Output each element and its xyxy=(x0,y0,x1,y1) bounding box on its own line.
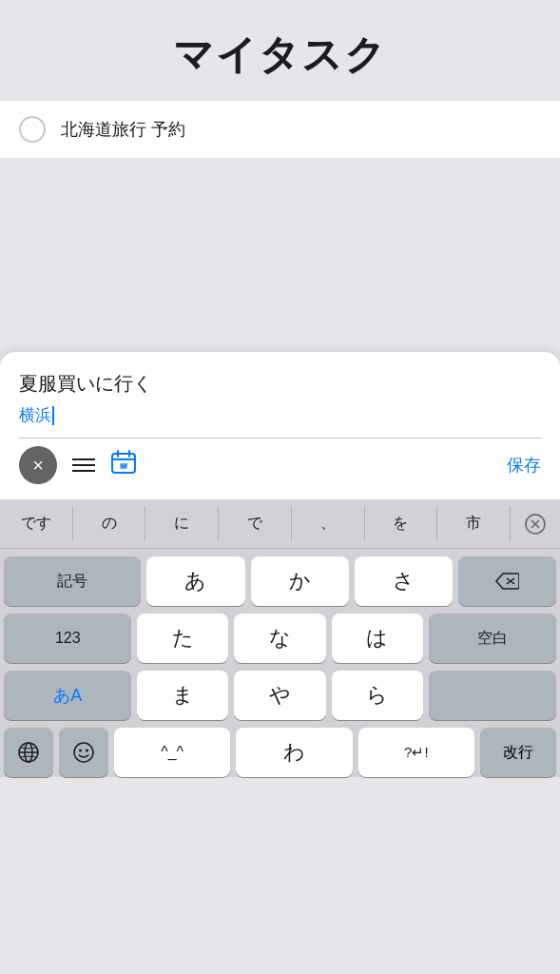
key-ma[interactable]: ま xyxy=(137,671,228,720)
key-aa[interactable]: あA xyxy=(4,671,131,720)
predictive-item-7[interactable]: 市 xyxy=(437,506,511,541)
key-row-3: あA ま や ら xyxy=(0,671,560,720)
key-punctuation[interactable]: ?↵! xyxy=(358,728,474,777)
calendar-button[interactable] xyxy=(110,449,137,481)
task-text: 北海道旅行 予約 xyxy=(61,118,185,141)
task-title-display: 夏服買いに行く xyxy=(19,371,541,397)
key-123[interactable]: 123 xyxy=(4,614,131,663)
svg-point-14 xyxy=(79,750,82,752)
text-cursor xyxy=(52,406,54,425)
globe-key[interactable] xyxy=(4,728,53,777)
emoji-key[interactable] xyxy=(59,728,108,777)
key-row-2: 123 た な は 空白 xyxy=(0,614,560,663)
task-list: 北海道旅行 予約 xyxy=(0,101,560,159)
key-row-1: 記号 あ か さ xyxy=(0,556,560,606)
predictive-item-1[interactable]: です xyxy=(0,506,73,541)
toolbar: 保存 xyxy=(19,438,541,484)
key-sa[interactable]: さ xyxy=(355,556,453,606)
key-kigo[interactable]: 記号 xyxy=(4,556,141,606)
predictive-item-6[interactable]: を xyxy=(365,506,438,541)
task-row[interactable]: 北海道旅行 予約 xyxy=(0,101,560,159)
key-wa[interactable]: わ xyxy=(236,728,352,777)
key-space[interactable]: 空白 xyxy=(429,614,556,663)
key-ra[interactable]: ら xyxy=(332,671,423,720)
calendar-icon xyxy=(110,449,137,476)
keyboard-area: です の に で 、 を 市 記号 あ か さ 123 た xyxy=(0,499,560,777)
menu-line-3 xyxy=(72,470,95,472)
key-ha[interactable]: は xyxy=(332,614,423,663)
svg-point-15 xyxy=(86,750,88,752)
predictive-item-3[interactable]: に xyxy=(145,506,219,541)
backspace-key[interactable] xyxy=(458,556,556,606)
menu-line-1 xyxy=(72,458,95,460)
save-button[interactable]: 保存 xyxy=(507,454,541,477)
key-ya[interactable]: や xyxy=(234,671,325,720)
predictive-dismiss-button[interactable] xyxy=(511,499,560,549)
key-ta[interactable]: た xyxy=(137,614,228,663)
globe-icon xyxy=(17,741,40,764)
svg-point-13 xyxy=(74,743,93,762)
key-hat[interactable]: ^_^ xyxy=(114,728,230,777)
menu-line-2 xyxy=(72,464,95,466)
close-button[interactable] xyxy=(19,446,57,484)
menu-button[interactable] xyxy=(72,458,95,472)
task-subtitle-display: 横浜 xyxy=(19,404,541,426)
page-title: マイタスク xyxy=(19,29,541,82)
key-a[interactable]: あ xyxy=(146,556,244,606)
input-card: 夏服買いに行く 横浜 保存 xyxy=(0,352,560,499)
page-title-container: マイタスク xyxy=(0,0,560,101)
predictive-item-4[interactable]: で xyxy=(219,506,292,541)
key-ka[interactable]: か xyxy=(251,556,349,606)
dismiss-icon xyxy=(525,514,546,535)
enter-key[interactable]: 改行 xyxy=(480,728,556,777)
key-na[interactable]: な xyxy=(234,614,325,663)
backspace-icon xyxy=(494,572,519,591)
predictive-item-5[interactable]: 、 xyxy=(292,506,365,541)
task-checkbox[interactable] xyxy=(19,116,46,143)
predictive-bar: です の に で 、 を 市 xyxy=(0,499,560,549)
key-empty xyxy=(429,671,556,720)
predictive-item-2[interactable]: の xyxy=(73,506,146,541)
task-area: マイタスク 北海道旅行 予約 xyxy=(0,0,560,352)
emoji-icon xyxy=(72,741,95,764)
key-row-4: ^_^ わ ?↵! 改行 xyxy=(0,728,560,777)
